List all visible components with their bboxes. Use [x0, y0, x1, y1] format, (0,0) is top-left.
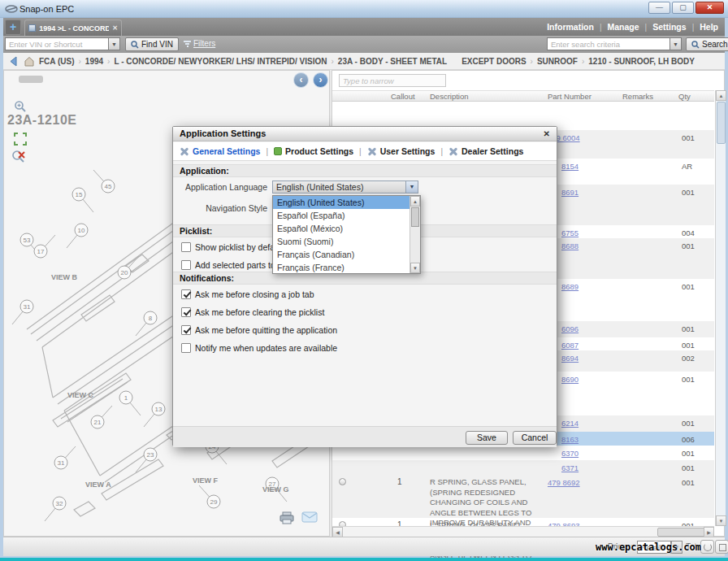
tab-dealer-settings[interactable]: Dealer Settings [448, 146, 523, 156]
tab-user-settings[interactable]: User Settings [367, 146, 436, 156]
part-number-link[interactable]: 479 8692 [548, 478, 580, 487]
part-number-link[interactable]: 8163 [561, 435, 578, 444]
language-option[interactable]: Suomi (Suomi) [273, 235, 410, 248]
search-dropdown-button[interactable]: ▼ [670, 37, 682, 50]
search-button[interactable]: Search [686, 37, 728, 51]
language-option[interactable]: Français (France) [273, 261, 410, 274]
menu-information[interactable]: Information [547, 22, 594, 32]
svg-text:20: 20 [121, 269, 128, 276]
table-row[interactable]: 6370001 [332, 446, 714, 460]
chevron-down-icon[interactable]: ▼ [405, 181, 418, 193]
search-input[interactable] [547, 37, 670, 50]
refresh-button[interactable] [700, 540, 714, 554]
filters-link[interactable]: Filters [184, 39, 215, 48]
nav-back-button[interactable]: ‹ [293, 72, 309, 88]
part-number-link[interactable]: 8691 [561, 188, 578, 197]
job-tab[interactable]: 1994 >L - CONCORDE/ ... ✕ [24, 20, 122, 36]
language-option[interactable]: Français (Canadian) [273, 248, 410, 261]
qty-value: 001 [682, 241, 695, 250]
email-icon[interactable] [301, 511, 318, 523]
list-scroll-thumb[interactable] [411, 207, 419, 227]
tab-general-settings[interactable]: General Settings [180, 146, 260, 156]
print-icon[interactable] [279, 511, 295, 524]
picklist-option-checkbox[interactable] [181, 242, 191, 252]
find-vin-button[interactable]: Find VIN [125, 37, 179, 51]
part-number-link[interactable]: 6096 [561, 324, 578, 333]
part-number-link[interactable]: 8690 [561, 375, 578, 384]
type-to-narrow-input[interactable] [339, 74, 446, 87]
tab-product-settings[interactable]: Product Settings [274, 146, 353, 156]
minimize-button[interactable]: — [648, 2, 670, 14]
dialog-close-icon[interactable]: ✕ [544, 129, 550, 138]
breadcrumb-item[interactable]: 23A - BODY - SHEET METAL [338, 57, 447, 66]
col-description[interactable]: Description [430, 92, 469, 101]
part-number-link[interactable]: 6371 [561, 463, 578, 472]
scrollbar-thumb[interactable] [717, 102, 726, 144]
vin-dropdown-button[interactable]: ▼ [108, 37, 120, 50]
part-number-link[interactable]: 8689 [561, 282, 578, 291]
breadcrumb-item[interactable]: FCA (US) [39, 57, 75, 66]
hscrollbar-thumb[interactable] [657, 528, 709, 537]
close-button[interactable]: ✕ [696, 2, 724, 14]
stop-button[interactable] [715, 540, 728, 554]
save-button[interactable]: Save [466, 431, 508, 445]
language-option[interactable]: Español (España) [273, 209, 410, 222]
tab-icon [28, 24, 36, 32]
col-callout[interactable]: Callout [391, 92, 415, 101]
horizontal-scrollbar[interactable]: ◀ ▶ [332, 526, 714, 537]
svg-text:21: 21 [94, 419, 102, 426]
language-value: English (United States) [276, 182, 363, 192]
list-scrollbar[interactable]: ▲ ▼ [410, 196, 420, 273]
qty-value: 001 [682, 324, 695, 333]
breadcrumb-item[interactable]: 1210 - SUNROOF, LH BODY [588, 57, 695, 66]
part-number-link[interactable]: 6087 [561, 341, 578, 350]
list-scroll-down-icon[interactable]: ▼ [410, 263, 420, 273]
table-row[interactable]: 6371001 [332, 460, 714, 475]
scroll-up-icon[interactable]: ▲ [716, 90, 726, 101]
list-scroll-up-icon[interactable]: ▲ [410, 196, 420, 207]
parts-table-header: Callout Description Part Number Remarks … [332, 90, 714, 102]
breadcrumb-item[interactable]: EXCEPT DOORS [462, 57, 526, 66]
notification-option-checkbox[interactable] [181, 343, 191, 353]
part-number-link[interactable]: 6370 [561, 449, 578, 458]
breadcrumb-item[interactable]: L - CONCORDE/ NEWYORKER/ LHS/ INTREPID/ … [114, 57, 327, 66]
part-number-link[interactable]: 6214 [561, 419, 578, 428]
breadcrumb-item[interactable]: 1994 [85, 57, 103, 66]
part-number-link[interactable]: 8688 [561, 241, 578, 250]
tab-close-icon[interactable]: ✕ [112, 24, 118, 32]
maximize-button[interactable]: ▢ [672, 2, 694, 14]
new-tab-button[interactable]: + [5, 20, 21, 35]
menu-separator: | [692, 23, 695, 32]
dialog-title-bar[interactable]: Application Settings ✕ [173, 127, 557, 141]
notification-option-checkbox[interactable] [181, 289, 191, 299]
menu-manage[interactable]: Manage [608, 22, 639, 32]
qty-value: 001 [682, 463, 695, 472]
notification-option-checkbox[interactable] [181, 307, 191, 317]
back-icon[interactable] [8, 56, 20, 67]
language-select[interactable]: English (United States) ▼ [272, 180, 418, 194]
table-row[interactable]: 1R SPRING, GLASS PANEL, (SPRING REDESIGN… [332, 475, 714, 518]
search-icon [691, 41, 700, 49]
col-remarks[interactable]: Remarks [622, 92, 653, 101]
breadcrumb-item[interactable]: SUNROOF [537, 57, 578, 66]
home-icon[interactable] [24, 56, 35, 67]
vertical-scrollbar[interactable]: ▲ ▼ [715, 90, 726, 526]
scroll-down-icon[interactable]: ▼ [716, 515, 726, 526]
part-number-link[interactable]: 8694 [561, 354, 578, 363]
nav-forward-button[interactable]: › [313, 72, 328, 88]
vin-input[interactable] [5, 37, 109, 50]
part-number-link[interactable]: 6755 [561, 228, 578, 237]
col-part-number[interactable]: Part Number [548, 92, 592, 101]
notification-option-checkbox[interactable] [181, 325, 191, 335]
language-option[interactable]: Español (México) [273, 222, 410, 235]
part-number-link[interactable]: 8154 [561, 162, 578, 171]
col-qty[interactable]: Qty [678, 92, 691, 101]
row-radio[interactable] [339, 478, 346, 485]
cancel-button[interactable]: Cancel [513, 431, 557, 445]
picklist-option-checkbox[interactable] [181, 260, 191, 270]
callout-value: 1 [397, 477, 402, 486]
menu-help[interactable]: Help [700, 22, 718, 32]
language-option[interactable]: English (United States) [273, 196, 410, 209]
menu-settings[interactable]: Settings [652, 22, 686, 32]
qty-value: 001 [682, 375, 695, 384]
